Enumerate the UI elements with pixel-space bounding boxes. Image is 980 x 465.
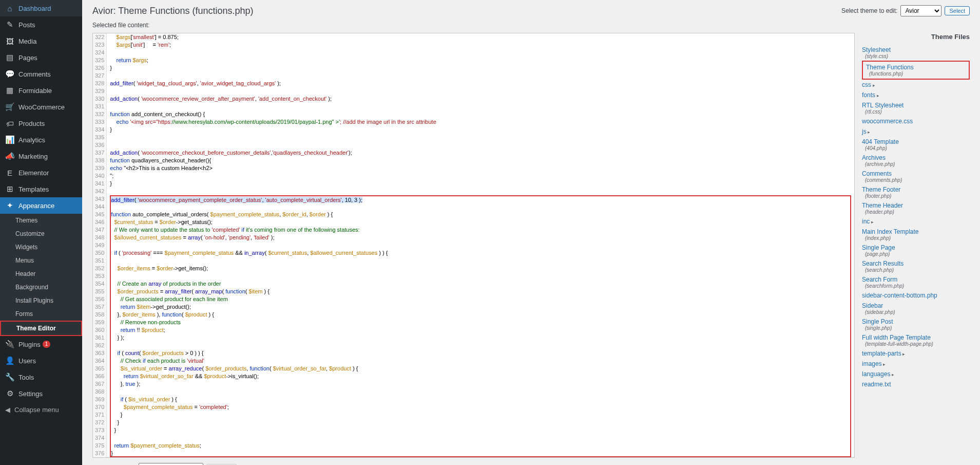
sidebar-item-label: Posts [18,21,35,29]
theme-file-full-width-page-template[interactable]: Full width Page Template(template-full-w… [862,332,970,348]
theme-file-sidebar[interactable]: Sidebar(sidebar.php) [862,301,970,317]
file-filename: (archive.php) [862,161,970,167]
admin-sidebar: ⌂Dashboard✎Posts🖾Media▤Pages💬Comments▦Fo… [0,0,82,465]
sidebar-item-marketing[interactable]: 📣Marketing [0,148,82,164]
theme-file-rtl-stylesheet[interactable]: RTL Stylesheet(rtl.css) [862,100,970,116]
sidebar-item-pages[interactable]: ▤Pages [0,49,82,66]
file-filename: (404.php) [862,145,970,151]
sidebar-item-users[interactable]: 👤Users [0,352,82,369]
function-name-select[interactable]: Function Name... [139,463,203,465]
code-content[interactable]: $args['smallest'] = 0.875; $args['unit']… [107,33,854,457]
submenu-item-menus[interactable]: Menus [0,254,82,267]
sidebar-item-label: Tools [18,374,34,381]
posts-icon: ✎ [5,20,14,29]
file-filename: (search.php) [862,267,970,273]
sidebar-item-label: Settings [18,390,43,398]
select-theme-label: Select theme to edit: [841,7,897,14]
theme-file-main-index-template[interactable]: Main Index Template(index.php) [862,227,970,243]
dashboard-icon: ⌂ [5,4,14,13]
theme-file-theme-functions[interactable]: Theme Functions(functions.php) [862,61,970,80]
theme-file-theme-header[interactable]: Theme Header(header.php) [862,200,970,216]
pages-icon: ▤ [5,53,14,62]
submenu-item-forms[interactable]: Forms [0,307,82,321]
sidebar-item-products[interactable]: 🏷Products [0,115,82,132]
theme-file-archives[interactable]: Archives(archive.php) [862,153,970,169]
theme-file-images[interactable]: images [862,359,970,369]
sidebar-item-posts[interactable]: ✎Posts [0,16,82,33]
sidebar-item-label: WooCommerce [18,103,65,111]
tools-icon: 🔧 [5,373,14,382]
sidebar-item-formidable[interactable]: ▦Formidable [0,82,82,99]
sidebar-item-elementor[interactable]: EElementor [0,164,82,181]
theme-file-comments[interactable]: Comments(comments.php) [862,169,970,184]
sidebar-item-label: Media [18,38,36,45]
theme-files-panel: Theme Files Stylesheet(style.css)Theme F… [862,33,970,465]
theme-file-single-page[interactable]: Single Page(page.php) [862,243,970,258]
selected-file-label: Selected file content: [92,22,970,29]
products-icon: 🏷 [5,119,14,128]
sidebar-item-media[interactable]: 🖾Media [0,33,82,49]
theme-file-single-post[interactable]: Single Post(single.php) [862,317,970,332]
sidebar-item-label: Templates [18,185,49,193]
formidable-icon: ▦ [5,86,14,95]
sidebar-item-label: Appearance [18,202,54,210]
file-filename: (style.css) [862,53,970,59]
sidebar-item-tools[interactable]: 🔧Tools [0,369,82,385]
theme-file-sidebar-content-bottomphp[interactable]: sidebar-content-bottom.php [862,290,970,301]
file-filename: (template-full-width-page.php) [862,341,970,347]
sidebar-item-label: Marketing [18,153,48,160]
sidebar-item-label: Formidable [18,87,52,95]
theme-file-readmetxt[interactable]: readme.txt [862,379,970,389]
file-filename: (rtl.css) [862,109,970,115]
sidebar-item-plugins[interactable]: 🔌Plugins1 [0,336,82,352]
submenu-item-background[interactable]: Background [0,281,82,294]
woocommerce-icon: 🛒 [5,102,14,111]
users-icon: 👤 [5,356,14,365]
select-theme-button[interactable]: Select [945,6,970,15]
theme-file-fonts[interactable]: fonts [862,90,970,100]
theme-file-languages[interactable]: languages [862,369,970,379]
submenu-item-customize[interactable]: Customize [0,227,82,240]
sidebar-item-label: Dashboard [18,5,51,12]
theme-file-search-results[interactable]: Search Results(search.php) [862,258,970,274]
sidebar-item-analytics[interactable]: 📊Analytics [0,132,82,148]
comments-icon: 💬 [5,69,14,79]
sidebar-item-dashboard[interactable]: ⌂Dashboard [0,0,82,16]
theme-file-template-parts[interactable]: template-parts [862,348,970,359]
file-filename: (searchform.php) [862,283,970,289]
submenu-item-widgets[interactable]: Widgets [0,240,82,254]
sidebar-item-label: Users [18,357,36,365]
appearance-icon: ✦ [5,201,14,210]
sidebar-item-label: Products [18,120,45,127]
elementor-icon: E [5,168,14,177]
code-editor[interactable]: 3223233243253263273283293303313323333343… [92,33,855,458]
plugins-icon: 🔌 [5,340,14,349]
file-filename: (single.php) [862,325,970,331]
theme-file-search-form[interactable]: Search Form(searchform.php) [862,274,970,290]
theme-file-theme-footer[interactable]: Theme Footer(footer.php) [862,184,970,200]
templates-icon: ⊞ [5,184,14,194]
theme-file-404-template[interactable]: 404 Template(404.php) [862,137,970,153]
theme-file-stylesheet[interactable]: Stylesheet(style.css) [862,45,970,61]
sidebar-item-comments[interactable]: 💬Comments [0,66,82,82]
theme-select[interactable]: Avior [900,5,941,16]
sidebar-item-settings[interactable]: ⚙Settings [0,385,82,402]
submenu-item-header[interactable]: Header [0,267,82,281]
file-filename: (page.php) [862,251,970,257]
settings-icon: ⚙ [5,389,14,398]
theme-file-woocommercecss[interactable]: woocommerce.css [862,116,970,126]
sidebar-item-woocommerce[interactable]: 🛒WooCommerce [0,99,82,115]
submenu-item-install-plugins[interactable]: Install Plugins [0,294,82,307]
file-filename: (sidebar.php) [862,309,970,315]
sidebar-item-appearance[interactable]: ✦Appearance [0,197,82,214]
theme-file-css[interactable]: css [862,80,970,90]
collapse-menu-label: Collapse menu [14,406,59,414]
sidebar-item-label: Comments [18,70,51,78]
collapse-menu-button[interactable]: ◀ Collapse menu [0,402,82,418]
sidebar-item-label: Elementor [18,169,49,177]
submenu-item-themes[interactable]: Themes [0,214,82,227]
theme-file-js[interactable]: js [862,126,970,137]
submenu-item-theme-editor[interactable]: Theme Editor [0,321,82,336]
sidebar-item-templates[interactable]: ⊞Templates [0,181,82,197]
theme-file-inc[interactable]: inc [862,216,970,227]
